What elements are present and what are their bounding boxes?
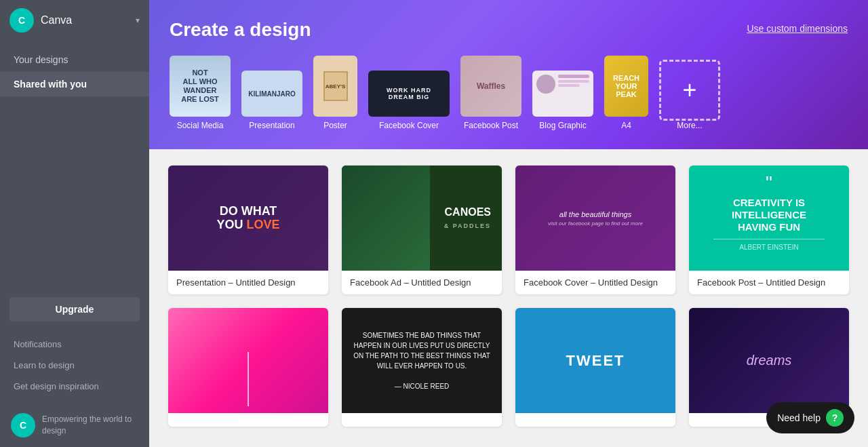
designs-grid: DO WHATYOU LOVE Presentation – Untitled … [168, 166, 849, 427]
sidebar-navigation: Your designs Shared with you [0, 41, 149, 292]
sidebar-footer: C Empowering the world to design [0, 404, 149, 447]
design-card-label: Facebook Cover – Untitled Design [515, 271, 675, 294]
design-card-facebook-post[interactable]: " CREATIVITY ISINTELLIGENCEHAVING FUN AL… [689, 166, 849, 294]
design-type-presentation[interactable]: KILIMANJARO Presentation [241, 71, 302, 130]
page-title: Create a design [170, 19, 311, 41]
design-card-label: Presentation – Untitled Design [168, 271, 328, 294]
hero-title-row: Create a design Use custom dimensions [170, 19, 848, 41]
brand-name: Canva [41, 14, 129, 26]
need-help-label: Need help [777, 412, 821, 423]
design-card-facebook-ad[interactable]: CANOES& PADDLES Facebook Ad – Untitled D… [342, 166, 502, 294]
design-type-blog-graphic[interactable]: Blog Graphic [532, 71, 593, 130]
more-plus-icon: + [682, 76, 696, 104]
canva-logo-icon: C [9, 8, 34, 33]
design-card-label [515, 413, 675, 427]
design-type-facebook-post[interactable]: Waffles Facebook Post [460, 56, 521, 130]
design-type-label-facebook-cover: Facebook Cover [379, 121, 439, 130]
design-type-label-a4: A4 [621, 121, 631, 130]
design-types-row: NOTALL WHOWANDERARE LOST Social Media KI… [170, 56, 848, 133]
design-card-presentation[interactable]: DO WHATYOU LOVE Presentation – Untitled … [168, 166, 328, 294]
custom-dimensions-button[interactable]: Use custom dimensions [747, 23, 848, 34]
design-type-poster[interactable]: ABEY'S Poster [313, 56, 357, 130]
design-type-label-more: More... [677, 121, 702, 130]
footer-tagline: Empowering the world to design [42, 414, 138, 437]
sidebar-brand-header[interactable]: C Canva ▾ [0, 0, 149, 41]
design-card-label: Facebook Post – Untitled Design [689, 271, 849, 294]
design-type-social-media[interactable]: NOTALL WHOWANDERARE LOST Social Media [170, 56, 231, 130]
design-card-label: Facebook Ad – Untitled Design [342, 271, 502, 294]
design-type-label-poster: Poster [323, 121, 347, 130]
design-type-more[interactable]: + More... [659, 60, 720, 130]
sidebar-bottom-links: Notifications Learn to design Get design… [0, 327, 149, 404]
design-card-facebook-cover[interactable]: all the beautiful thingsvisit our facebo… [515, 166, 675, 294]
design-card-label [342, 413, 502, 427]
canva-footer-logo-icon: C [11, 413, 35, 438]
design-type-label-social-media: Social Media [177, 121, 224, 130]
design-card-tweet[interactable]: TWEET [515, 308, 675, 427]
design-type-facebook-cover[interactable]: WORK HARDDREAM BIG Facebook Cover [368, 71, 450, 130]
sidebar-item-shared-with-you[interactable]: Shared with you [0, 72, 149, 96]
design-card-dark-quote[interactable]: SOMETIMES THE BAD THINGS THAT HAPPEN IN … [342, 308, 502, 427]
recent-designs-section: DO WHATYOU LOVE Presentation – Untitled … [149, 149, 868, 447]
design-card-label [168, 413, 328, 427]
design-type-a4[interactable]: REACHYOURPEAK A4 [604, 56, 648, 130]
sidebar-item-learn-to-design[interactable]: Learn to design [0, 355, 149, 376]
sidebar-item-notifications[interactable]: Notifications [0, 334, 149, 355]
design-card-pink[interactable] [168, 308, 328, 427]
main-content: Create a design Use custom dimensions NO… [149, 0, 868, 447]
sidebar-item-your-designs[interactable]: Your designs [0, 47, 149, 72]
upgrade-button[interactable]: Upgrade [9, 297, 140, 322]
sidebar-item-get-design-inspiration[interactable]: Get design inspiration [0, 376, 149, 397]
chevron-down-icon: ▾ [136, 16, 140, 25]
help-icon: ? [826, 409, 844, 427]
need-help-button[interactable]: Need help ? [766, 402, 854, 433]
design-type-label-facebook-post: Facebook Post [464, 121, 518, 130]
hero-section: Create a design Use custom dimensions NO… [149, 0, 868, 149]
sidebar: C Canva ▾ Your designs Shared with you U… [0, 0, 149, 447]
design-type-label-presentation: Presentation [249, 121, 294, 130]
design-type-label-blog-graphic: Blog Graphic [539, 121, 586, 130]
